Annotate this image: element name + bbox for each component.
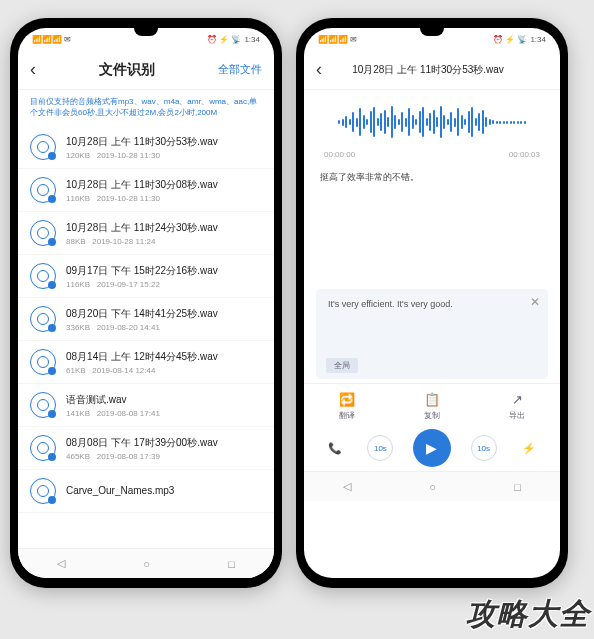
transcript-text[interactable]: 挺高了效率非常的不错。 <box>304 165 560 285</box>
wave-bar <box>468 111 470 133</box>
translation-text: It's very efficient. It's very good. <box>328 299 453 309</box>
wave-bar <box>524 121 526 124</box>
file-meta: 116KB 2019-10-28 11:30 <box>66 194 262 203</box>
action-row: 🔁翻译📋复制↗导出 <box>304 383 560 423</box>
audio-file-icon <box>30 435 56 461</box>
wave-bar <box>513 121 515 124</box>
file-name: 08月08日 下午 17时39分00秒.wav <box>66 436 262 450</box>
file-title: 10月28日 上午 11时30分53秒.wav <box>330 63 526 77</box>
nav-recent-icon[interactable]: □ <box>228 558 235 570</box>
wave-bar <box>429 113 431 131</box>
file-meta: 116KB 2019-09-17 15:22 <box>66 280 262 289</box>
nav-home-icon[interactable]: ○ <box>143 558 150 570</box>
wave-bar <box>345 116 347 128</box>
scope-tag[interactable]: 全局 <box>326 358 358 373</box>
wave-bar <box>370 111 372 133</box>
wave-bar <box>485 117 487 127</box>
file-meta: 465KB 2019-08-08 17:39 <box>66 452 262 461</box>
list-item[interactable]: 10月28日 上午 11时30分53秒.wav120KB 2019-10-28 … <box>18 126 274 169</box>
all-files-link[interactable]: 全部文件 <box>218 62 262 77</box>
wave-bar <box>352 112 354 132</box>
call-icon[interactable]: 📞 <box>322 435 348 461</box>
audio-file-icon <box>30 306 56 332</box>
list-item[interactable]: 08月14日 上午 12时44分45秒.wav61KB 2019-08-14 1… <box>18 341 274 384</box>
wave-bar <box>419 111 421 133</box>
waveform[interactable] <box>304 90 560 150</box>
speed-icon[interactable]: ⚡ <box>516 435 542 461</box>
action-icon: 📋 <box>423 390 441 408</box>
close-icon[interactable]: ✕ <box>530 295 540 309</box>
status-right-icons: ⏰ ⚡ 📡 <box>493 35 527 44</box>
wave-bar <box>366 119 368 125</box>
audio-file-icon <box>30 392 56 418</box>
action-icon: ↗ <box>508 390 526 408</box>
action-导出[interactable]: ↗导出 <box>508 390 526 421</box>
file-list[interactable]: 10月28日 上午 11时30分53秒.wav120KB 2019-10-28 … <box>18 126 274 548</box>
wave-bar <box>457 108 459 136</box>
file-name: 08月14日 上午 12时44分45秒.wav <box>66 350 262 364</box>
wave-bar <box>489 119 491 125</box>
status-left-icons: 📶📶📶 ✉ <box>32 35 71 44</box>
wave-bar <box>499 121 501 124</box>
audio-file-icon <box>30 349 56 375</box>
app-bar: ‹ 文件识别 全部文件 <box>18 50 274 90</box>
wave-bar <box>338 120 340 124</box>
wave-bar <box>394 115 396 129</box>
wave-bar <box>373 107 375 137</box>
list-item[interactable]: 08月20日 下午 14时41分25秒.wav336KB 2019-08-20 … <box>18 298 274 341</box>
rewind-10s[interactable]: 10s <box>367 435 393 461</box>
list-item[interactable]: Carve_Our_Names.mp3 <box>18 470 274 513</box>
list-item[interactable]: 语音测试.wav141KB 2019-08-08 17:41 <box>18 384 274 427</box>
wave-bar <box>447 119 449 125</box>
wave-bar <box>440 106 442 138</box>
back-icon[interactable]: ‹ <box>30 59 36 80</box>
nav-recent-icon[interactable]: □ <box>514 481 521 493</box>
list-item[interactable]: 10月28日 上午 11时30分08秒.wav116KB 2019-10-28 … <box>18 169 274 212</box>
wave-bar <box>517 121 519 124</box>
forward-10s[interactable]: 10s <box>471 435 497 461</box>
wave-bar <box>503 121 505 124</box>
wave-bar <box>387 117 389 127</box>
wave-bar <box>391 106 393 138</box>
android-nav: ◁ ○ □ <box>304 471 560 501</box>
file-name: 08月20日 下午 14时41分25秒.wav <box>66 307 262 321</box>
wave-bar <box>478 113 480 131</box>
wave-bar <box>415 119 417 125</box>
playback-controls: 📞 10s ▶ 10s ⚡ <box>304 423 560 471</box>
file-name: 10月28日 上午 11时24分30秒.wav <box>66 221 262 235</box>
file-meta: 120KB 2019-10-28 11:30 <box>66 151 262 160</box>
nav-back-icon[interactable]: ◁ <box>57 557 65 570</box>
wave-bar <box>496 121 498 124</box>
list-item[interactable]: 10月28日 上午 11时24分30秒.wav88KB 2019-10-28 1… <box>18 212 274 255</box>
action-label: 复制 <box>424 410 440 421</box>
wave-bar <box>363 115 365 129</box>
wave-bar <box>380 113 382 131</box>
wave-bar <box>401 112 403 132</box>
wave-bar <box>454 118 456 127</box>
wave-bar <box>433 110 435 134</box>
list-item[interactable]: 08月08日 下午 17时39分00秒.wav465KB 2019-08-08 … <box>18 427 274 470</box>
wave-bar <box>492 120 494 124</box>
wave-bar <box>471 107 473 137</box>
wave-bar <box>384 110 386 134</box>
action-label: 翻译 <box>339 410 355 421</box>
file-name: 09月17日 下午 15时22分16秒.wav <box>66 264 262 278</box>
time-bar: 00:00:00 00:00:03 <box>304 150 560 165</box>
wave-bar <box>359 108 361 136</box>
status-left-icons: 📶📶📶 ✉ <box>318 35 357 44</box>
wave-bar <box>510 121 512 124</box>
wave-bar <box>426 118 428 126</box>
list-item[interactable]: 09月17日 下午 15时22分16秒.wav116KB 2019-09-17 … <box>18 255 274 298</box>
play-button[interactable]: ▶ <box>413 429 451 467</box>
back-icon[interactable]: ‹ <box>316 59 322 80</box>
nav-home-icon[interactable]: ○ <box>429 481 436 493</box>
action-翻译[interactable]: 🔁翻译 <box>338 390 356 421</box>
audio-file-icon <box>30 134 56 160</box>
audio-file-icon <box>30 220 56 246</box>
phone-left: 📶📶📶 ✉ ⏰ ⚡ 📡1:34 ‹ 文件识别 全部文件 目前仅支持的音频格式有m… <box>10 18 282 588</box>
nav-back-icon[interactable]: ◁ <box>343 480 351 493</box>
time-start: 00:00:00 <box>324 150 355 159</box>
audio-file-icon <box>30 263 56 289</box>
phone-right: 📶📶📶 ✉ ⏰ ⚡ 📡1:34 ‹ 10月28日 上午 11时30分53秒.wa… <box>296 18 568 588</box>
action-复制[interactable]: 📋复制 <box>423 390 441 421</box>
